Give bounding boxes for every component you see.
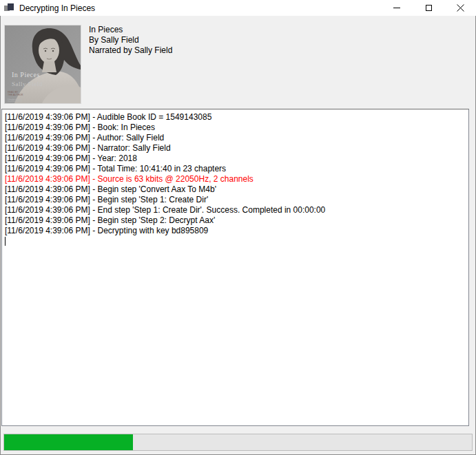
title-bar[interactable]: Decrypting In Pieces: [0, 0, 476, 16]
window-title: Decrypting In Pieces: [19, 3, 381, 13]
maximize-icon: [426, 5, 432, 11]
progress-fill: [4, 434, 133, 450]
maximize-button[interactable]: [413, 0, 444, 16]
log-textbox[interactable]: [11/6/2019 4:39:06 PM] - Audible Book ID…: [1, 109, 469, 426]
log-line: [11/6/2019 4:39:06 PM] - Begin step 'Ste…: [5, 195, 466, 205]
app-icon: [4, 3, 14, 12]
log-line: [11/6/2019 4:39:06 PM] - Decrypting with…: [5, 226, 466, 236]
book-cover-image: In Pieces Sally Field READ BY THE AUTHOR…: [5, 25, 81, 103]
book-author: By Sally Field: [89, 35, 172, 45]
close-icon: [457, 4, 464, 12]
log-line: [11/6/2019 4:39:06 PM] - Source is 63 kb…: [5, 174, 466, 184]
cover-readby-2: THE AUTHOR: [8, 94, 23, 96]
cover-author-text: Sally Field: [12, 81, 43, 87]
log-line: [11/6/2019 4:39:06 PM] - Year: 2018: [5, 154, 466, 164]
cover-face-eye-right: [52, 50, 54, 52]
log-line: [11/6/2019 4:39:06 PM] - Audible Book ID…: [5, 112, 466, 123]
cover-figure-neck: [42, 61, 56, 72]
window-controls: [381, 0, 476, 16]
minimize-icon: [393, 8, 400, 8]
cover-art: In Pieces Sally Field READ BY THE AUTHOR…: [5, 25, 81, 103]
book-narrator: Narrated by Sally Field: [89, 45, 172, 56]
log-line: [11/6/2019 4:39:06 PM] - Total Time: 10:…: [5, 164, 466, 174]
caret-line: [5, 236, 466, 246]
log-line: [11/6/2019 4:39:06 PM] - End step 'Step …: [5, 205, 466, 215]
book-info: In Pieces By Sally Field Narrated by Sal…: [89, 25, 172, 56]
book-title: In Pieces: [89, 25, 172, 35]
cover-edition: Unabridged: [8, 98, 22, 101]
cover-face-eye-left: [45, 50, 46, 52]
app-icon-front-square: [8, 3, 14, 10]
close-button[interactable]: [444, 0, 476, 16]
log-lines: [11/6/2019 4:39:06 PM] - Audible Book ID…: [5, 112, 466, 236]
cover-title-text: In Pieces: [12, 71, 40, 78]
log-line: [11/6/2019 4:39:06 PM] - Author: Sally F…: [5, 133, 466, 143]
log-line: [11/6/2019 4:39:06 PM] - Book: In Pieces: [5, 123, 466, 133]
log-line: [11/6/2019 4:39:06 PM] - Narrator: Sally…: [5, 143, 466, 154]
minimize-button[interactable]: [381, 0, 413, 16]
log-line: [11/6/2019 4:39:06 PM] - Begin step 'Con…: [5, 184, 466, 195]
text-caret: [5, 237, 6, 246]
decrypt-progress-bar: [3, 434, 473, 451]
app-window: Decrypting In Pieces: [0, 0, 476, 455]
log-line: [11/6/2019 4:39:06 PM] - Begin step 'Ste…: [5, 215, 466, 226]
